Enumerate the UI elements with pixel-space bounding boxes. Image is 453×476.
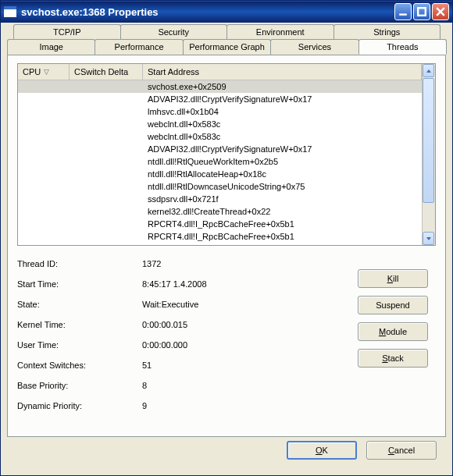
ok-mnemonic: O bbox=[316, 446, 323, 455]
stack-mnemonic: S bbox=[382, 353, 387, 363]
maximize-button[interactable] bbox=[413, 3, 430, 20]
ok-button[interactable]: OK bbox=[287, 441, 357, 460]
tab-security[interactable]: Security bbox=[120, 24, 228, 39]
thread-details: Thread ID: Start Time: State: Kernel Tim… bbox=[17, 254, 436, 416]
value-dynamic-priority: 9 bbox=[142, 396, 358, 416]
tab-threads[interactable]: Threads bbox=[358, 39, 447, 55]
titlebar[interactable]: svchost.exe:1368 Properties bbox=[1, 1, 452, 23]
label-kernel-time: Kernel Time: bbox=[17, 314, 142, 335]
properties-window: svchost.exe:1368 Properties TCP/IPSecuri… bbox=[0, 0, 453, 476]
cell-start-address: svchost.exe+0x2509 bbox=[143, 82, 422, 91]
cell-start-address: ntdll.dll!RtlDowncaseUnicodeString+0x75 bbox=[143, 182, 422, 191]
table-row[interactable]: lmhsvc.dll+0x1b04 bbox=[18, 105, 422, 118]
tab-image[interactable]: Image bbox=[7, 39, 95, 55]
column-cpu[interactable]: CPU ▽ bbox=[18, 64, 70, 80]
tabs-row-2: ImagePerformancePerformance GraphService… bbox=[7, 39, 446, 55]
tab-environment[interactable]: Environment bbox=[226, 24, 334, 39]
table-row[interactable]: webclnt.dll+0x583c bbox=[18, 118, 422, 130]
suspend-label: Suspend bbox=[376, 300, 409, 310]
threads-listview[interactable]: CPU ▽ CSwitch Delta Start Address svchos… bbox=[17, 63, 436, 246]
label-base-priority: Base Priority: bbox=[17, 375, 142, 396]
app-icon bbox=[4, 6, 16, 17]
table-row[interactable]: RPCRT4.dll!I_RpcBCacheFree+0x5b1 bbox=[18, 230, 422, 243]
value-start-time: 8:45:17 1.4.2008 bbox=[142, 274, 358, 294]
scroll-up-button[interactable] bbox=[423, 64, 434, 77]
client-area: TCP/IPSecurityEnvironmentStrings ImagePe… bbox=[4, 24, 449, 472]
label-dynamic-priority: Dynamic Priority: bbox=[17, 396, 142, 416]
table-row[interactable]: kernel32.dll!CreateThread+0x22 bbox=[18, 205, 422, 218]
value-kernel-time: 0:00:00.015 bbox=[142, 314, 358, 335]
scroll-down-button[interactable] bbox=[423, 232, 434, 245]
table-row[interactable]: svchost.exe+0x2509 bbox=[18, 80, 422, 93]
column-cswitch-label: CSwitch Delta bbox=[74, 67, 128, 76]
table-row[interactable]: ntdll.dll!RtlQueueWorkItem+0x2b5 bbox=[18, 155, 422, 168]
tab-strings[interactable]: Strings bbox=[334, 24, 441, 39]
cell-start-address: lmhsvc.dll+0x1b04 bbox=[143, 107, 422, 116]
vertical-scrollbar[interactable] bbox=[422, 64, 435, 245]
column-cswitch-delta[interactable]: CSwitch Delta bbox=[70, 64, 143, 80]
table-row[interactable]: RPCRT4.dll!I_RpcBCacheFree+0x5b1 bbox=[18, 218, 422, 230]
scroll-thumb[interactable] bbox=[423, 78, 434, 203]
value-thread-id: 1372 bbox=[142, 254, 358, 274]
label-start-time: Start Time: bbox=[17, 274, 142, 294]
listview-rows: svchost.exe+0x2509ADVAPI32.dll!CryptVeri… bbox=[18, 80, 422, 245]
column-cpu-label: CPU bbox=[23, 67, 41, 76]
window-title: svchost.exe:1368 Properties bbox=[21, 6, 393, 18]
table-row[interactable]: webclnt.dll+0x583c bbox=[18, 130, 422, 143]
cell-start-address: ntdll.dll!RtlQueueWorkItem+0x2b5 bbox=[143, 157, 422, 166]
column-start-label: Start Address bbox=[148, 67, 199, 76]
value-base-priority: 8 bbox=[142, 375, 358, 396]
cell-start-address: webclnt.dll+0x583c bbox=[143, 119, 422, 129]
tab-performance[interactable]: Performance bbox=[95, 39, 183, 55]
cancel-button[interactable]: Cancel bbox=[366, 441, 437, 460]
tabs-row-1: TCP/IPSecurityEnvironmentStrings bbox=[13, 24, 440, 39]
minimize-button[interactable] bbox=[394, 3, 412, 20]
kill-button[interactable]: Kill bbox=[358, 269, 428, 288]
label-state: State: bbox=[17, 294, 142, 314]
listview-header: CPU ▽ CSwitch Delta Start Address bbox=[18, 64, 422, 80]
label-context-switches: Context Switches: bbox=[17, 355, 142, 375]
svg-rect-0 bbox=[399, 13, 407, 15]
suspend-button[interactable]: Suspend bbox=[358, 296, 428, 314]
svg-rect-1 bbox=[418, 8, 426, 16]
close-button[interactable] bbox=[432, 3, 449, 20]
tab-performance-graph[interactable]: Performance Graph bbox=[183, 39, 271, 55]
table-row[interactable]: ntdll.dll!RtlAllocateHeap+0x18c bbox=[18, 168, 422, 180]
dialog-buttons: OK Cancel bbox=[287, 441, 437, 467]
cell-start-address: ssdpsrv.dll+0x721f bbox=[143, 194, 422, 204]
cell-start-address: RPCRT4.dll!I_RpcBCacheFree+0x5b1 bbox=[143, 219, 422, 229]
label-thread-id: Thread ID: bbox=[17, 254, 142, 274]
module-button[interactable]: Module bbox=[358, 322, 428, 341]
column-start-address[interactable]: Start Address bbox=[143, 64, 422, 80]
cell-start-address: ntdll.dll!RtlAllocateHeap+0x18c bbox=[143, 169, 422, 179]
table-row[interactable]: ADVAPI32.dll!CryptVerifySignatureW+0x17 bbox=[18, 143, 422, 155]
cell-start-address: webclnt.dll+0x583c bbox=[143, 132, 422, 141]
cell-start-address: ADVAPI32.dll!CryptVerifySignatureW+0x17 bbox=[143, 94, 422, 104]
tab-tcp-ip[interactable]: TCP/IP bbox=[13, 24, 121, 39]
kill-mnemonic: K bbox=[387, 274, 393, 283]
cancel-mnemonic: C bbox=[388, 446, 394, 455]
table-row[interactable]: ADVAPI32.dll!CryptVerifySignatureW+0x17 bbox=[18, 93, 422, 105]
module-mnemonic: M bbox=[379, 327, 386, 336]
tab-panel-threads: CPU ▽ CSwitch Delta Start Address svchos… bbox=[7, 55, 446, 437]
tab-services[interactable]: Services bbox=[270, 39, 358, 55]
sort-desc-icon: ▽ bbox=[44, 68, 49, 76]
value-user-time: 0:00:00.000 bbox=[142, 335, 358, 355]
table-row[interactable]: ssdpsrv.dll+0x721f bbox=[18, 193, 422, 205]
label-user-time: User Time: bbox=[17, 335, 142, 355]
cell-start-address: RPCRT4.dll!I_RpcBCacheFree+0x5b1 bbox=[143, 232, 422, 241]
value-state: Wait:Executive bbox=[142, 294, 358, 314]
stack-button[interactable]: Stack bbox=[358, 349, 428, 368]
table-row[interactable]: ntdll.dll!RtlDowncaseUnicodeString+0x75 bbox=[18, 180, 422, 193]
value-context-switches: 51 bbox=[142, 355, 358, 375]
cell-start-address: kernel32.dll!CreateThread+0x22 bbox=[143, 207, 422, 216]
cell-start-address: ADVAPI32.dll!CryptVerifySignatureW+0x17 bbox=[143, 144, 422, 154]
